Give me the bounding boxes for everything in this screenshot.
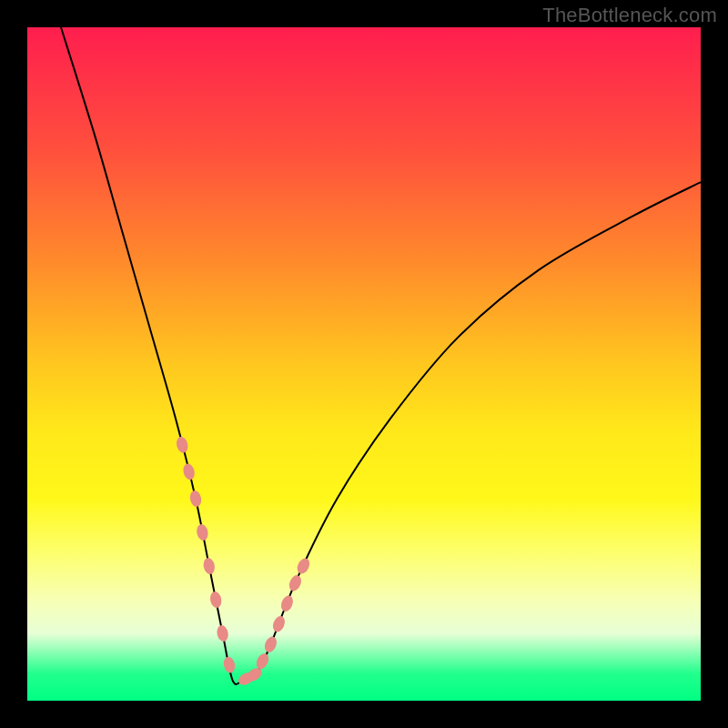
highlight-beads	[175, 436, 312, 688]
bead-marker	[175, 436, 189, 454]
bead-marker	[216, 624, 229, 642]
bead-marker	[279, 594, 296, 613]
bead-marker	[202, 557, 216, 575]
bead-marker	[182, 462, 197, 480]
bead-marker	[271, 614, 288, 633]
plot-svg	[27, 27, 701, 701]
bead-marker	[254, 652, 271, 671]
watermark-text: TheBottleneck.com	[542, 4, 717, 27]
bottleneck-curve	[61, 27, 701, 684]
chart-frame: TheBottleneck.com	[0, 0, 728, 728]
bead-marker	[262, 635, 278, 654]
bead-marker	[196, 523, 209, 541]
bead-marker	[188, 490, 203, 508]
bead-marker	[295, 556, 312, 575]
plot-area	[27, 27, 701, 701]
bead-marker	[222, 655, 237, 673]
bead-marker	[209, 591, 223, 609]
bead-marker	[287, 573, 303, 592]
